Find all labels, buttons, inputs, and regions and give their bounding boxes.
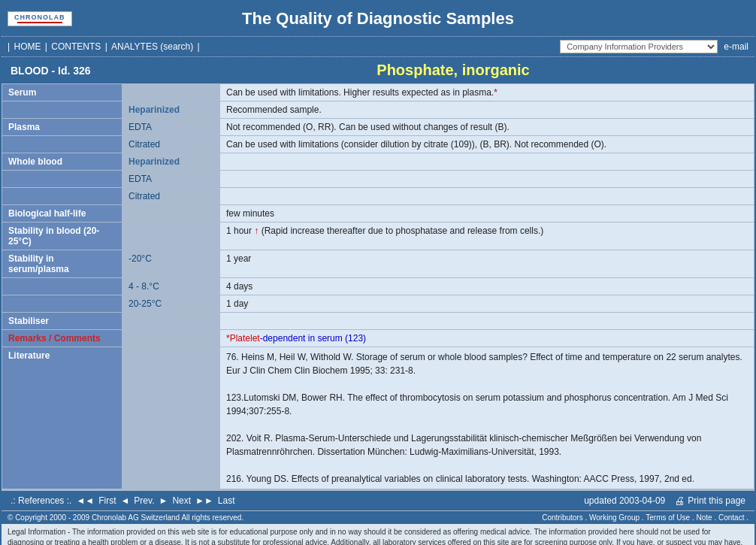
wb-citrated-value bbox=[220, 188, 754, 205]
table-row: Citrated Can be used with limitations (c… bbox=[2, 136, 754, 153]
logo: CHRONOLAB bbox=[8, 11, 72, 26]
stab-blood-value: 1 hour ↑ (Rapid increase thereafter due … bbox=[220, 223, 754, 250]
note-link[interactable]: Note bbox=[697, 513, 712, 522]
company-select[interactable]: Company Information Providers bbox=[560, 40, 718, 53]
table-row: Plasma EDTA Not recommended (O, RR). Can… bbox=[2, 119, 754, 136]
blood-id: BLOOD - Id. 326 bbox=[11, 65, 161, 77]
footer-nav-right: updated 2003-04-09 🖨 Print this page bbox=[584, 495, 745, 507]
citrated-label: Citrated bbox=[122, 136, 220, 153]
next-button[interactable]: Next bbox=[172, 495, 191, 506]
nav-contents[interactable]: CONTENTS bbox=[51, 41, 101, 52]
analyte-name: Phosphate, inorganic bbox=[161, 62, 745, 79]
contact-link[interactable]: Contact bbox=[718, 513, 744, 522]
stab-20-25-value: 1 day bbox=[220, 295, 754, 313]
wb-heparinized-label: Heparinized bbox=[122, 153, 220, 171]
heparinized-value: Recommended sample. bbox=[220, 101, 754, 119]
bio-halflife-value: few minutes bbox=[220, 205, 754, 223]
table-row: Citrated bbox=[2, 188, 754, 205]
print-label: Print this page bbox=[688, 495, 745, 506]
serum-value: Can be used with limitations. Higher res… bbox=[220, 84, 754, 101]
legal-bar: Legal Information - The information prov… bbox=[2, 524, 754, 545]
whole-blood-label: Whole blood bbox=[2, 153, 122, 171]
table-row: Stability in serum/plasma -20°C 1 year bbox=[2, 250, 754, 278]
updated-label: updated 2003-04-09 bbox=[584, 495, 665, 506]
stabiliser-value bbox=[220, 313, 754, 330]
contributors-link[interactable]: Contributors bbox=[542, 513, 582, 522]
working-group-link[interactable]: Working Group bbox=[589, 513, 640, 522]
remarks-value: *Platelet-dependent in serum (123) bbox=[220, 330, 754, 347]
printer-icon: 🖨 bbox=[674, 495, 685, 507]
literature-value: 76. Heins M, Heil W, Withold W. Storage … bbox=[220, 347, 754, 489]
table-row: 20-25°C 1 day bbox=[2, 295, 754, 313]
nav-links: | HOME | CONTENTS | ANALYTES (search) | bbox=[8, 41, 200, 52]
email-link[interactable]: e-mail bbox=[724, 41, 748, 52]
references-label: .: References :. bbox=[11, 495, 71, 506]
remarks-label: Remarks / Comments bbox=[2, 330, 122, 347]
bio-halflife-label: Biological half-life bbox=[2, 205, 122, 223]
stab-minus20-value: 1 year bbox=[220, 250, 754, 278]
stab-minus20-label: -20°C bbox=[122, 250, 220, 278]
table-row: Stabiliser bbox=[2, 313, 754, 330]
legal-text: Legal Information - The information prov… bbox=[8, 528, 742, 545]
copyright-links: Contributors . Working Group . Terms of … bbox=[542, 513, 748, 522]
serum-sublabel bbox=[122, 84, 220, 101]
nav-home[interactable]: HOME bbox=[14, 41, 41, 52]
copyright-bar: © Copyright 2000 - 2009 Chronolab AG Swi… bbox=[2, 510, 754, 524]
stab-4-8-label: 4 - 8.°C bbox=[122, 278, 220, 295]
print-link[interactable]: 🖨 Print this page bbox=[674, 495, 745, 507]
edta-label: EDTA bbox=[122, 119, 220, 136]
stab-4-8-value: 4 days bbox=[220, 278, 754, 295]
table-row: Stability in blood (20-25°C) 1 hour ↑ (R… bbox=[2, 223, 754, 250]
wb-citrated-label: Citrated bbox=[122, 188, 220, 205]
serum-label: Serum bbox=[2, 84, 122, 101]
table-row: Serum Can be used with limitations. High… bbox=[2, 84, 754, 101]
table-row: Whole blood Heparinized bbox=[2, 153, 754, 171]
navbar: | HOME | CONTENTS | ANALYTES (search) | … bbox=[2, 36, 754, 57]
table-row: Remarks / Comments *Platelet-dependent i… bbox=[2, 330, 754, 347]
citrated-value: Can be used with limitations (consider d… bbox=[220, 136, 754, 153]
table-row: Heparinized Recommended sample. bbox=[2, 101, 754, 119]
prev-button[interactable]: Prev. bbox=[134, 495, 154, 506]
plasma-label: Plasma bbox=[2, 119, 122, 136]
nav-analytes[interactable]: ANALYTES (search) bbox=[111, 41, 193, 52]
table-row: Literature 76. Heins M, Heil W, Withold … bbox=[2, 347, 754, 489]
heparinized-label: Heparinized bbox=[122, 101, 220, 119]
first-button[interactable]: First bbox=[98, 495, 116, 506]
main-content: Serum Can be used with limitations. High… bbox=[2, 83, 754, 489]
stab-20-25-label: 20-25°C bbox=[122, 295, 220, 313]
wb-edta-label: EDTA bbox=[122, 171, 220, 188]
page-title: The Quality of Diagnostic Samples bbox=[242, 9, 514, 28]
stab-serum-label: Stability in serum/plasma bbox=[2, 250, 122, 278]
blood-bar: BLOOD - Id. 326 Phosphate, inorganic bbox=[2, 57, 754, 83]
literature-label: Literature bbox=[2, 347, 122, 489]
edta-value: Not recommended (O, RR). Can be used wit… bbox=[220, 119, 754, 136]
footer-nav: .: References :. ◄◄ First ◄ Prev. ► Next… bbox=[2, 489, 754, 510]
last-button[interactable]: Last bbox=[218, 495, 235, 506]
table-row: Biological half-life few minutes bbox=[2, 205, 754, 223]
wb-heparinized-value bbox=[220, 153, 754, 171]
copyright-text: © Copyright 2000 - 2009 Chronolab AG Swi… bbox=[8, 513, 243, 522]
table-row: EDTA bbox=[2, 171, 754, 188]
terms-link[interactable]: Terms of Use bbox=[646, 513, 690, 522]
wb-edta-value bbox=[220, 171, 754, 188]
stab-blood-label: Stability in blood (20-25°C) bbox=[2, 223, 122, 250]
stabiliser-label: Stabiliser bbox=[2, 313, 122, 330]
footer-nav-left: .: References :. ◄◄ First ◄ Prev. ► Next… bbox=[11, 495, 235, 506]
table-row: 4 - 8.°C 4 days bbox=[2, 278, 754, 295]
